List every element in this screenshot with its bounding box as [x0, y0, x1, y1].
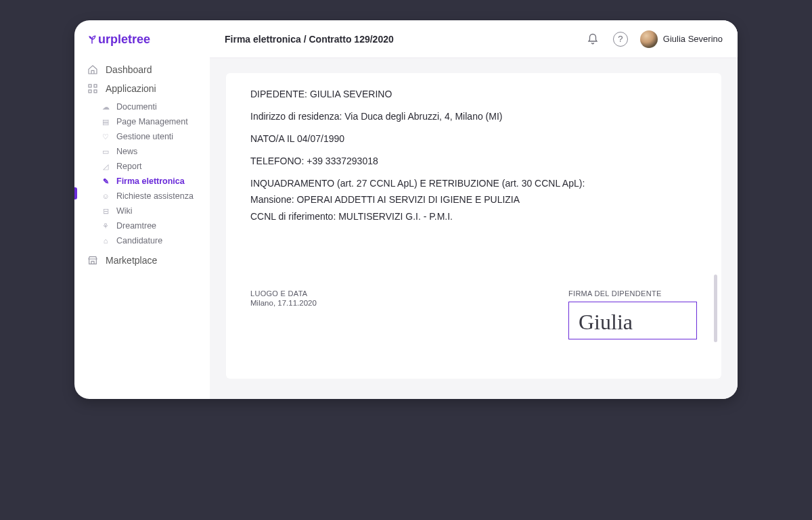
users-icon: ♡ — [100, 133, 111, 141]
sidebar-item-label: Applicazioni — [106, 83, 156, 94]
sidebar-sub-firma-elettronica[interactable]: ✎ Firma elettronica — [74, 174, 203, 189]
sidebar-sub-label: Firma elettronica — [116, 176, 185, 186]
doc-line-indirizzo: Indirizzo di residenza: Via Duca degli A… — [250, 110, 697, 123]
avatar — [640, 30, 658, 48]
sidebar-sub-wiki[interactable]: ⊟ Wiki — [74, 204, 203, 218]
sidebar-sub-label: Dreamtree — [116, 221, 156, 231]
sidebar-sub-label: Documenti — [116, 102, 157, 112]
sidebar-sub-label: Report — [116, 162, 142, 171]
sidebar-sub-label: News — [116, 147, 137, 156]
user-name: Giulia Severino — [663, 34, 723, 44]
place-date-block: LUOGO E DATA Milano, 17.11.2020 — [250, 289, 317, 307]
signature-box[interactable]: Giulia — [568, 302, 697, 339]
sidebar-sub-label: Wiki — [116, 206, 133, 216]
signature-block: FIRMA DEL DIPENDENTE Giulia — [568, 289, 697, 339]
bell-icon[interactable] — [585, 31, 601, 47]
grid-icon — [87, 83, 99, 94]
book-icon: ⊟ — [100, 207, 111, 216]
sidebar-sub-gestione-utenti[interactable]: ♡ Gestione utenti — [74, 129, 203, 144]
doc-line-inquadramento: INQUADRAMENTO (art. 27 CCNL ApL) E RETRI… — [250, 177, 697, 190]
main-area: Firma elettronica / Contratto 129/2020 ?… — [210, 20, 738, 399]
doc-line-ccnl: CCNL di riferimento: MULTISERVIZI G.I. -… — [250, 210, 697, 223]
place-date-value: Milano, 17.11.2020 — [250, 299, 317, 307]
leaf-icon — [87, 33, 97, 45]
sidebar-sub-news[interactable]: ▭ News — [74, 144, 203, 159]
sidebar-sub-richieste-assistenza[interactable]: ☺ Richieste assistenza — [74, 189, 203, 204]
document-footer: LUOGO E DATA Milano, 17.11.2020 FIRMA DE… — [250, 262, 697, 360]
sidebar-sub-documenti[interactable]: ☁ Documenti — [74, 99, 203, 114]
cloud-icon: ☁ — [100, 103, 111, 112]
sidebar-sub-label: Page Management — [116, 117, 188, 126]
document-panel: DIPEDENTE: GIULIA SEVERINO Indirizzo di … — [226, 73, 721, 379]
sidebar-sub-dreamtree[interactable]: ⚘ Dreamtree — [74, 218, 203, 233]
sidebar-item-label: Dashboard — [106, 64, 152, 75]
chart-icon: ◿ — [100, 162, 111, 171]
sidebar-sub-label: Candidature — [116, 236, 162, 245]
svg-rect-0 — [89, 85, 91, 87]
nav-primary-bottom: Marketplace — [74, 251, 203, 270]
user-menu[interactable]: Giulia Severino — [640, 30, 723, 48]
doc-line-nato: NATO/A IL 04/07/1990 — [250, 133, 697, 145]
content-wrap: DIPEDENTE: GIULIA SEVERINO Indirizzo di … — [210, 58, 738, 399]
sidebar-item-dashboard[interactable]: Dashboard — [74, 60, 203, 79]
doc-line-dipendente: DIPEDENTE: GIULIA SEVERINO — [250, 88, 697, 101]
sidebar-item-applicazioni[interactable]: Applicazioni — [74, 79, 203, 98]
app-window: urpletree Dashboard Applicazioni ☁ Docum… — [74, 20, 738, 399]
sidebar-item-label: Marketplace — [106, 255, 157, 266]
sidebar-sub-candidature[interactable]: ⌂ Candidature — [74, 233, 203, 248]
news-icon: ▭ — [100, 147, 111, 156]
sidebar-sub-label: Richieste assistenza — [116, 191, 194, 201]
help-icon[interactable]: ? — [613, 32, 628, 47]
place-date-label: LUOGO E DATA — [250, 289, 317, 298]
scrollbar[interactable] — [713, 82, 717, 369]
brand-name: urpletree — [98, 32, 150, 47]
svg-rect-3 — [94, 90, 97, 93]
doc-line-mansione: Mansione: OPERAI ADDETTI AI SERVIZI DI I… — [250, 193, 697, 206]
brand-logo[interactable]: urpletree — [74, 32, 203, 47]
signature-label: FIRMA DEL DIPENDENTE — [568, 289, 697, 298]
store-icon — [87, 255, 99, 266]
sidebar-sub-page-management[interactable]: ▤ Page Management — [74, 114, 203, 129]
nav-primary: Dashboard Applicazioni — [74, 60, 203, 98]
support-icon: ☺ — [100, 192, 111, 200]
topbar: Firma elettronica / Contratto 129/2020 ?… — [210, 20, 738, 58]
breadcrumb: Firma elettronica / Contratto 129/2020 — [225, 34, 394, 45]
svg-rect-2 — [89, 90, 91, 93]
tree-icon: ⚘ — [100, 222, 111, 231]
pen-icon: ✎ — [100, 177, 111, 186]
page-icon: ▤ — [100, 118, 111, 126]
scrollbar-thumb[interactable] — [714, 275, 717, 342]
sidebar-sub-report[interactable]: ◿ Report — [74, 159, 203, 174]
document-body: DIPEDENTE: GIULIA SEVERINO Indirizzo di … — [250, 88, 697, 233]
svg-rect-1 — [94, 85, 97, 87]
sidebar-item-marketplace[interactable]: Marketplace — [74, 251, 203, 270]
sidebar-sub-label: Gestione utenti — [116, 132, 173, 141]
nav-secondary: ☁ Documenti ▤ Page Management ♡ Gestione… — [74, 99, 203, 248]
briefcase-icon: ⌂ — [100, 237, 111, 245]
home-icon — [87, 64, 99, 75]
sidebar: urpletree Dashboard Applicazioni ☁ Docum… — [74, 20, 210, 399]
doc-line-telefono: TELEFONO: +39 3337293018 — [250, 155, 697, 168]
signature-value: Giulia — [579, 311, 633, 333]
